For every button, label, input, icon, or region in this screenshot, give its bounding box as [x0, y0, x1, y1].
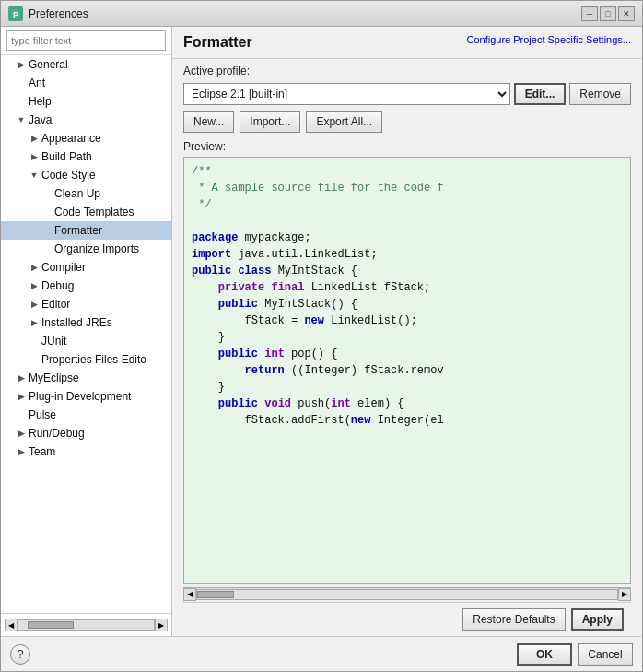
sidebar: ▶ General Ant Help ▼ Java ▶ Appearan	[1, 27, 172, 636]
sidebar-item-label: General	[29, 58, 68, 71]
maximize-button[interactable]: □	[600, 6, 616, 21]
help-button[interactable]: ?	[10, 644, 30, 665]
code-scrollbar-horizontal[interactable]: ◀ ▶	[183, 587, 631, 600]
arrow-icon: ▶	[16, 391, 27, 402]
arrow-icon: ▶	[29, 299, 40, 310]
sidebar-item-formatter[interactable]: Formatter	[1, 221, 171, 240]
expand-icon: ▼	[16, 114, 27, 125]
sidebar-item-label: Installed JREs	[41, 316, 112, 329]
sidebar-scrollbar-container: ◀ ▶	[1, 613, 171, 636]
code-line: package mypackage;	[192, 230, 623, 246]
export-all-button[interactable]: Export All...	[306, 111, 382, 133]
filter-container	[1, 27, 171, 55]
minimize-button[interactable]: ─	[581, 6, 598, 21]
sidebar-item-debug[interactable]: ▶ Debug	[1, 277, 171, 295]
arrow-icon: ▶	[29, 280, 40, 291]
scroll-right-arrow[interactable]: ▶	[155, 619, 168, 631]
arrow-icon: ▶	[16, 59, 27, 70]
code-preview: /** * A sample source file for the code …	[183, 157, 631, 584]
sidebar-item-installed-jres[interactable]: ▶ Installed JREs	[1, 313, 171, 332]
import-button[interactable]: Import...	[240, 111, 300, 133]
content-area: ▶ General Ant Help ▼ Java ▶ Appearan	[1, 27, 642, 636]
sidebar-item-label: Compiler	[41, 261, 86, 274]
arrow-icon: ▶	[29, 317, 40, 328]
window-title: Preferences	[29, 7, 581, 20]
scrollbar-track[interactable]	[196, 589, 618, 600]
sidebar-item-compiler[interactable]: ▶ Compiler	[1, 258, 171, 277]
code-line: fStack.addFirst(new Integer(el	[192, 412, 623, 429]
sidebar-item-build-path[interactable]: ▶ Build Path	[1, 147, 171, 166]
code-line: public MyIntStack() {	[192, 296, 623, 312]
apply-button[interactable]: Apply	[571, 608, 624, 631]
sidebar-item-help[interactable]: Help	[1, 92, 171, 111]
arrow-icon: ▶	[29, 133, 40, 144]
code-line: * A sample source file for the code f	[192, 180, 623, 196]
sidebar-item-code-templates[interactable]: Code Templates	[1, 203, 171, 221]
active-profile-section: Active profile:	[183, 65, 631, 77]
sidebar-item-ant[interactable]: Ant	[1, 74, 171, 92]
sidebar-item-label: Formatter	[54, 224, 102, 237]
sidebar-item-appearance[interactable]: ▶ Appearance	[1, 129, 171, 147]
sidebar-scrollbar-track[interactable]	[18, 619, 155, 631]
remove-button[interactable]: Remove	[569, 83, 631, 105]
sidebar-item-team[interactable]: ▶ Team	[1, 442, 171, 461]
sidebar-item-organize-imports[interactable]: Organize Imports	[1, 240, 171, 258]
app-icon: P	[8, 6, 23, 21]
svg-text:P: P	[13, 10, 18, 19]
sidebar-item-run-debug[interactable]: ▶ Run/Debug	[1, 424, 171, 442]
close-button[interactable]: ✕	[618, 6, 635, 21]
sidebar-item-label: Editor	[41, 298, 70, 311]
sidebar-item-label: Debug	[41, 279, 74, 292]
arrow-icon: ▶	[16, 428, 27, 439]
sidebar-item-code-style[interactable]: ▼ Code Style	[1, 166, 171, 184]
code-line: public class MyIntStack {	[192, 263, 623, 279]
restore-defaults-button[interactable]: Restore Defaults	[462, 608, 565, 631]
code-line: */	[192, 196, 623, 213]
scroll-right-code-arrow[interactable]: ▶	[618, 588, 631, 601]
sidebar-item-clean-up[interactable]: Clean Up	[1, 184, 171, 203]
new-button[interactable]: New...	[183, 111, 234, 133]
restore-apply-buttons: Restore Defaults Apply	[183, 602, 631, 636]
sidebar-item-java[interactable]: ▼ Java	[1, 111, 171, 129]
preferences-window: P Preferences ─ □ ✕ ▶ General Ant	[0, 0, 643, 672]
sidebar-item-general[interactable]: ▶ General	[1, 55, 171, 74]
sidebar-item-myeclipse[interactable]: ▶ MyEclipse	[1, 369, 171, 387]
code-line: import java.util.LinkedList;	[192, 246, 623, 263]
spacer	[41, 225, 53, 236]
sidebar-item-label: MyEclipse	[29, 371, 79, 384]
sidebar-scrollbar-thumb[interactable]	[28, 621, 74, 629]
code-line: return ((Integer) fStack.remov	[192, 362, 623, 379]
sidebar-item-label: Build Path	[41, 150, 92, 163]
edit-button[interactable]: Edit...	[514, 83, 567, 105]
sidebar-item-label: Java	[29, 113, 52, 126]
dialog-bottom: ? OK Cancel	[1, 636, 642, 671]
arrow-icon: ▶	[29, 151, 40, 162]
filter-input[interactable]	[6, 30, 166, 51]
profile-dropdown[interactable]: Eclipse 2.1 [built-in]	[183, 83, 510, 105]
code-line: }	[192, 329, 623, 346]
sidebar-item-pulse[interactable]: Pulse	[1, 406, 171, 424]
profile-controls: Eclipse 2.1 [built-in] Edit... Remove	[183, 83, 631, 105]
scroll-left-arrow[interactable]: ◀	[5, 619, 18, 631]
sidebar-item-label: JUnit	[41, 335, 66, 348]
sidebar-item-label: Run/Debug	[29, 427, 85, 440]
sidebar-item-plugin-development[interactable]: ▶ Plug-in Development	[1, 387, 171, 406]
sidebar-scrollbar[interactable]: ◀ ▶	[5, 618, 168, 632]
code-line: fStack = new LinkedList();	[192, 312, 623, 329]
cancel-button[interactable]: Cancel	[578, 643, 633, 666]
panel-title: Formatter	[183, 34, 252, 51]
sidebar-item-properties-files-editor[interactable]: Properties Files Edito	[1, 350, 171, 369]
sidebar-item-label: Team	[29, 445, 55, 458]
scroll-left-code-arrow[interactable]: ◀	[183, 588, 196, 601]
sidebar-item-label: Code Templates	[54, 206, 134, 218]
arrow-icon	[16, 77, 27, 88]
spacer	[41, 188, 53, 199]
sidebar-item-junit[interactable]: JUnit	[1, 332, 171, 350]
ok-button[interactable]: OK	[517, 643, 572, 666]
configure-link[interactable]: Configure Project Specific Settings...	[466, 34, 631, 45]
panel-inner: Active profile: Eclipse 2.1 [built-in] E…	[172, 59, 642, 636]
scrollbar-thumb[interactable]	[197, 591, 234, 598]
sidebar-item-editor[interactable]: ▶ Editor	[1, 295, 171, 313]
sidebar-item-label: Clean Up	[54, 187, 100, 200]
expand-icon: ▼	[29, 170, 40, 181]
